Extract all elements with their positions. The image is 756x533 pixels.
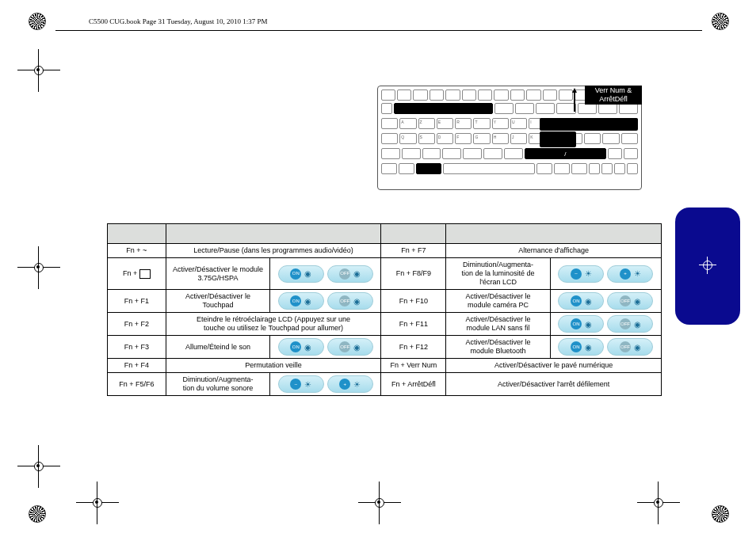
keyboard-key: D bbox=[437, 133, 453, 144]
table-cell: –☀+☀ bbox=[550, 258, 661, 290]
table-header bbox=[166, 224, 381, 244]
keyboard-key: R bbox=[455, 118, 472, 129]
table-row: Fn + ~Lecture/Pause (dans les programmes… bbox=[108, 244, 662, 258]
keyboard-key: Y bbox=[492, 118, 509, 129]
fn-status-icon: ON◉ bbox=[558, 338, 604, 356]
fn-status-icon: OFF◉ bbox=[607, 292, 653, 310]
table-cell: ON◉OFF◉ bbox=[270, 258, 381, 290]
table-cell: Fn + F12 bbox=[381, 336, 446, 359]
crop-ball-tr bbox=[712, 13, 729, 30]
keyboard-key: F bbox=[455, 133, 472, 144]
table-cell: Allume/Éteind le son bbox=[166, 336, 270, 359]
table-cell: Fn + F10 bbox=[381, 290, 446, 313]
fn-status-icon: OFF◉ bbox=[607, 315, 653, 333]
registration-mark bbox=[87, 493, 108, 513]
fn-status-icon: ON◉ bbox=[278, 265, 324, 283]
keyboard-key: E bbox=[437, 118, 453, 129]
header-rule bbox=[55, 30, 702, 31]
registration-mark bbox=[29, 257, 49, 278]
table-row: Fn + F1Activer/Désactiver leTouchpadON◉O… bbox=[108, 290, 662, 313]
keyboard-key: Z bbox=[418, 118, 435, 129]
fn-status-icon: OFF◉ bbox=[327, 338, 373, 356]
registration-mark bbox=[29, 456, 49, 477]
table-cell: ON◉OFF◉ bbox=[550, 313, 661, 336]
keyboard-key: T bbox=[473, 118, 490, 129]
table-cell: Fn + F1 bbox=[108, 290, 166, 313]
keyboard-callout-label: Verr Num & ArrêtDéfl bbox=[585, 86, 642, 105]
table-cell: Fn + ArrêtDéfl bbox=[381, 373, 446, 396]
keyboard-figure: AZERTYUIOP QSDFGHJKLM / bbox=[377, 86, 647, 193]
registration-mark bbox=[648, 493, 669, 513]
fn-status-icon: +☀ bbox=[607, 265, 653, 283]
keyboard-key: H bbox=[492, 133, 509, 144]
table-cell: Permutation veille bbox=[166, 359, 381, 373]
keyboard-key: G bbox=[473, 133, 490, 144]
table-cell: Eteindre le rétroéclairage LCD (Appuyez … bbox=[166, 313, 381, 336]
keyboard-key: S bbox=[418, 133, 435, 144]
fn-status-icon: OFF◉ bbox=[327, 265, 373, 283]
fn-status-icon: –☀ bbox=[278, 375, 324, 393]
table-cell: Activer/Désactiver leTouchpad bbox=[166, 290, 270, 313]
table-cell: Lecture/Pause (dans les programmes audio… bbox=[166, 244, 381, 258]
registration-mark bbox=[369, 493, 390, 513]
table-cell: Activer/Désactiver lemodule Bluetooth bbox=[446, 336, 551, 359]
table-cell: Fn + F2 bbox=[108, 313, 166, 336]
page-header: C5500 CUG.book Page 31 Tuesday, August 1… bbox=[89, 17, 267, 25]
fn-status-icon: ON◉ bbox=[558, 292, 604, 310]
table-cell: Diminution/Augmenta-tion du volume sonor… bbox=[166, 373, 270, 396]
fn-status-icon: ON◉ bbox=[558, 315, 604, 333]
table-cell: Fn + Verr Num bbox=[381, 359, 446, 373]
table-row: Fn + Activer/Désactiver le module 3.75G/… bbox=[108, 258, 662, 290]
table-header bbox=[381, 224, 446, 244]
table-cell: Fn + F5/F6 bbox=[108, 373, 166, 396]
fn-status-icon: +☀ bbox=[327, 375, 373, 393]
table-cell: Fn + ~ bbox=[108, 244, 166, 258]
fn-status-icon: OFF◉ bbox=[327, 292, 373, 310]
table-header bbox=[446, 224, 662, 244]
table-cell: Fn + F7 bbox=[381, 244, 446, 258]
table-cell: Fn + bbox=[108, 258, 166, 290]
crop-ball-bl bbox=[29, 505, 46, 523]
table-row: Fn + F5/F6Diminution/Augmenta-tion du vo… bbox=[108, 373, 662, 396]
table-cell: Activer/Désactiver lemodule LAN sans fil bbox=[446, 313, 551, 336]
fn-status-icon: –☀ bbox=[558, 265, 604, 283]
fn-status-icon: OFF◉ bbox=[607, 338, 653, 356]
table-cell: Alternance d'affichage bbox=[446, 244, 662, 258]
table-cell: ON◉OFF◉ bbox=[270, 290, 381, 313]
table-row: Fn + F3Allume/Éteind le sonON◉OFF◉Fn + F… bbox=[108, 336, 662, 359]
fn-status-icon: ON◉ bbox=[278, 338, 324, 356]
table-cell: Activer/Désactiver l'arrêt défilement bbox=[446, 373, 662, 396]
table-cell: Fn + F3 bbox=[108, 336, 166, 359]
table-cell: Activer/Désactiver le pavé numérique bbox=[446, 359, 662, 373]
crop-ball-br bbox=[712, 505, 729, 523]
side-tab bbox=[675, 207, 740, 325]
table-cell: ON◉OFF◉ bbox=[270, 336, 381, 359]
keyboard-key: U bbox=[510, 118, 527, 129]
table-cell: ON◉OFF◉ bbox=[550, 290, 661, 313]
table-cell: Fn + F8/F9 bbox=[381, 258, 446, 290]
table-row: Fn + F4Permutation veilleFn + Verr NumAc… bbox=[108, 359, 662, 373]
table-cell: Fn + F11 bbox=[381, 313, 446, 336]
fn-keys-table: Fn + ~Lecture/Pause (dans les programmes… bbox=[107, 223, 662, 396]
fn-status-icon: ON◉ bbox=[278, 292, 324, 310]
table-cell: Diminution/Augmenta-tion de la luminosit… bbox=[446, 258, 551, 290]
table-cell: ON◉OFF◉ bbox=[550, 336, 661, 359]
table-cell: –☀+☀ bbox=[270, 373, 381, 396]
registration-mark bbox=[29, 60, 49, 81]
keyboard-key: J bbox=[510, 133, 527, 144]
table-cell: Fn + F4 bbox=[108, 359, 166, 373]
key-glyph-icon bbox=[139, 269, 151, 279]
table-cell: Activer/Désactiver lemodule caméra PC bbox=[446, 290, 551, 313]
table-row: Fn + F2Eteindre le rétroéclairage LCD (A… bbox=[108, 313, 662, 336]
crop-ball-tl bbox=[29, 13, 46, 30]
table-header bbox=[108, 224, 166, 244]
table-cell: Activer/Désactiver le module 3.75G/HSPA bbox=[166, 258, 270, 290]
keyboard-key: A bbox=[399, 118, 416, 129]
keyboard-key: Q bbox=[399, 133, 416, 144]
